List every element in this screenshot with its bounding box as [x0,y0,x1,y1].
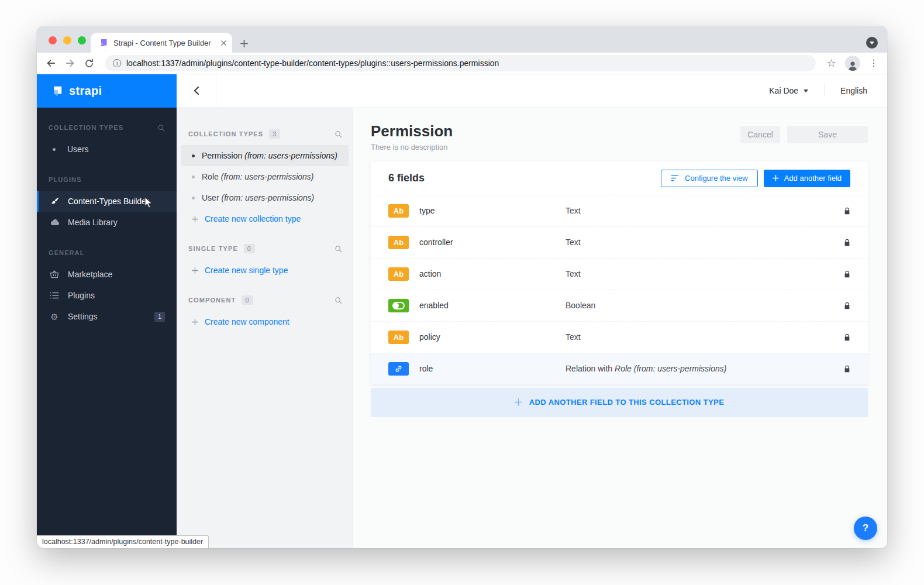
field-name: type [419,206,566,215]
field-row[interactable]: Ab controller Text [371,226,868,258]
browser-tab[interactable]: Strapi - Content Type Builder [91,33,232,53]
create-new-component-link[interactable]: Create new component [181,311,349,332]
back-icon[interactable] [46,58,56,68]
sidebar-item-plugins[interactable]: Plugins [37,285,177,306]
strapi-logo[interactable]: strapi [37,74,177,108]
back-button[interactable] [177,74,216,107]
browser-profile-avatar[interactable] [845,56,860,71]
configure-the-view-button[interactable]: Configure the view [661,170,758,187]
content-type-item-permission[interactable]: Permission(from: users-permissions) [181,145,349,166]
help-button[interactable]: ? [854,517,877,540]
field-row[interactable]: Ab policy Text [371,321,868,353]
save-button[interactable]: Save [787,126,868,143]
bullet-icon [53,148,56,151]
cancel-button[interactable]: Cancel [740,126,780,143]
reload-icon[interactable] [84,58,94,68]
group-label: COMPONENT [188,297,236,304]
strapi-logo-mark-icon [50,85,63,98]
sidebar-section-label: GENERAL [49,249,84,256]
sidebar-section-collection-types: COLLECTION TYPES Users [37,122,177,160]
field-name: enabled [419,301,566,310]
close-window-button[interactable] [49,36,57,44]
field-row[interactable]: enabled Boolean [371,290,868,321]
group-single-type: SINGLE TYPE 0 Create new single type [177,242,353,281]
address-bar[interactable]: ⓘ localhost:1337/admin/plugins/content-t… [105,55,816,71]
sliders-icon [671,175,679,181]
field-type-badge-text: Ab [388,331,409,344]
lock-icon [844,333,850,341]
search-icon[interactable] [335,297,342,304]
sidebar-section-label: PLUGINS [49,176,82,183]
url-text[interactable]: localhost:1337/admin/plugins/content-typ… [126,58,499,68]
button-label: Add another field [784,174,842,183]
fields-count-heading: 6 fields [388,172,425,184]
lock-icon [844,270,850,278]
divider [824,84,825,97]
minimize-window-button[interactable] [63,36,71,44]
new-tab-button[interactable] [240,40,248,47]
lock-icon [844,207,850,215]
field-type-detail: Role (from: users-permissions) [615,364,726,373]
lock-icon [844,239,850,246]
language-selector[interactable]: English [840,86,867,95]
fields-card: 6 fields Configure the view [371,162,868,384]
sidebar-item-label: Marketplace [68,270,112,279]
user-menu[interactable]: Kai Doe [769,86,808,95]
field-type: Text [566,238,581,247]
window-controls [49,36,86,44]
site-info-icon[interactable]: ⓘ [113,59,121,67]
content-type-item-role[interactable]: Role(from: users-permissions) [181,166,349,187]
sidebar-item-content-types-builder[interactable]: Content-Types Builder [37,191,177,212]
bookmark-star-icon[interactable]: ☆ [827,58,836,68]
sidebar-item-users[interactable]: Users [37,139,177,160]
create-new-collection-type-link[interactable]: Create new collection type [181,208,349,229]
group-label: COLLECTION TYPES [188,130,263,137]
plus-icon [192,267,198,274]
sidebar-item-label: Plugins [68,291,95,300]
search-icon[interactable] [335,130,342,138]
close-tab-icon[interactable] [221,40,226,46]
group-count-badge: 0 [244,244,255,253]
toggle-icon [392,302,405,309]
action-label: Create new single type [205,266,288,275]
main-sidebar: strapi COLLECTION TYPES Users PLUGINS [37,74,177,548]
paintbrush-icon [49,197,60,206]
bullet-icon [192,176,195,178]
create-new-single-type-link[interactable]: Create new single type [181,260,349,281]
field-name: role [419,364,566,373]
field-type-badge-text: Ab [388,204,409,218]
button-label: ADD ANOTHER FIELD TO THIS COLLECTION TYP… [529,398,724,407]
lock-icon [844,302,850,309]
strapi-logo-text: strapi [69,84,102,98]
zoom-window-button[interactable] [78,36,86,44]
field-type-badge-boolean [388,299,409,312]
cloud-upload-icon [49,219,60,226]
add-field-to-collection-type-button[interactable]: ADD ANOTHER FIELD TO THIS COLLECTION TYP… [371,388,868,417]
sidebar-item-settings[interactable]: ⚙ Settings 1 [37,306,177,327]
field-row[interactable]: role Relation with Role (from: users-per… [371,353,868,384]
content-type-item-user[interactable]: User(from: users-permissions) [181,187,349,208]
search-icon[interactable] [157,124,165,132]
content-type-origin: (from: users-permissions) [244,151,337,160]
field-type-badge-text: Ab [388,236,409,249]
field-row[interactable]: Ab type Text [371,195,868,226]
strapi-favicon-icon [99,38,108,47]
field-name: policy [419,332,566,342]
main-content: Permission There is no description Cance… [353,108,887,548]
forward-icon[interactable] [65,58,75,68]
gear-icon: ⚙ [49,312,60,321]
sidebar-section-general: GENERAL Marketplace Plugins ⚙ Settin [37,247,177,327]
sidebar-section-label: COLLECTION TYPES [49,124,123,131]
field-type: Text [566,269,581,278]
search-icon[interactable] [335,245,342,253]
add-another-field-button[interactable]: Add another field [764,170,850,187]
group-collection-types: COLLECTION TYPES 3 Permission(from: user… [177,128,353,229]
sidebar-item-marketplace[interactable]: Marketplace [37,264,177,285]
field-row[interactable]: Ab action Text [371,258,868,290]
browser-menu-icon[interactable]: ⋮ [869,58,878,68]
link-icon [395,365,402,373]
browser-update-button[interactable] [866,37,878,49]
plus-icon [192,319,198,325]
sidebar-item-media-library[interactable]: Media Library [37,212,177,233]
page-title: Permission [371,123,453,140]
